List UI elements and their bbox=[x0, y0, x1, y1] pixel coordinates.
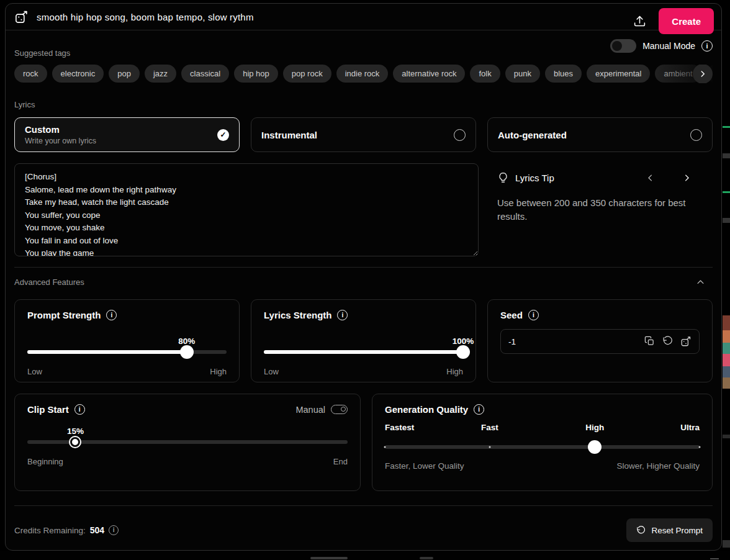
tag-pill[interactable]: blues bbox=[545, 65, 582, 83]
tags-scroll-next-button[interactable] bbox=[693, 65, 713, 83]
tag-pill[interactable]: jazz bbox=[145, 65, 176, 83]
reset-prompt-button[interactable]: Reset Prompt bbox=[626, 518, 713, 542]
quality-stop-label-ultra[interactable]: Ultra bbox=[680, 423, 700, 432]
suggested-tags-label: Suggested tags bbox=[14, 48, 70, 58]
clip-start-title: Clip Start bbox=[27, 404, 69, 415]
tag-pill[interactable]: alternative rock bbox=[393, 65, 465, 83]
lyrics-option-custom[interactable]: Custom Write your own lyrics ✓ bbox=[14, 117, 240, 152]
credits-remaining-label: Credits Remaining: bbox=[14, 526, 86, 535]
reset-icon bbox=[636, 526, 646, 535]
tag-pill[interactable]: classical bbox=[181, 65, 229, 83]
radio-circle-icon bbox=[454, 129, 466, 141]
quality-stop-label-fast[interactable]: Fast bbox=[481, 423, 498, 432]
slider-tick-dot bbox=[384, 446, 386, 448]
tip-next-button[interactable] bbox=[682, 173, 692, 183]
lyrics-tip-title: Lyrics Tip bbox=[515, 173, 554, 183]
lyrics-option-instrumental[interactable]: Instrumental bbox=[251, 117, 476, 152]
lyrics-textarea[interactable]: [Chorus] Salome, lead me down the right … bbox=[14, 163, 479, 256]
upload-icon bbox=[633, 15, 646, 28]
reset-prompt-label: Reset Prompt bbox=[651, 526, 703, 535]
randomize-seed-dice-icon[interactable] bbox=[680, 336, 692, 347]
slider-fill bbox=[264, 350, 463, 354]
manual-mode-info-icon[interactable]: i bbox=[701, 40, 713, 52]
tag-pill[interactable]: folk bbox=[470, 65, 500, 83]
section-divider bbox=[14, 267, 713, 268]
tip-prev-button[interactable] bbox=[646, 173, 655, 183]
slider-thumb[interactable] bbox=[588, 440, 602, 454]
seed-title: Seed bbox=[500, 310, 523, 320]
info-icon[interactable]: i bbox=[337, 310, 348, 320]
lyrics-strength-card: Lyrics Strength i 100% Low High bbox=[251, 299, 476, 382]
seed-card: Seed i bbox=[487, 299, 713, 382]
tag-pill[interactable]: punk bbox=[505, 65, 540, 83]
share-button[interactable] bbox=[633, 15, 646, 28]
option-subtitle: Write your own lyrics bbox=[25, 137, 96, 145]
generation-quality-title: Generation Quality bbox=[385, 404, 468, 415]
min-label: Low bbox=[264, 367, 279, 376]
clip-start-manual-toggle[interactable] bbox=[331, 405, 348, 414]
manual-mode-toggle[interactable] bbox=[610, 39, 636, 53]
credits-info-icon[interactable]: i bbox=[109, 525, 119, 535]
clip-start-slider[interactable] bbox=[27, 440, 348, 444]
reset-seed-icon[interactable] bbox=[662, 336, 673, 347]
background-page-sliver bbox=[723, 0, 730, 560]
slider-thumb[interactable] bbox=[456, 345, 470, 359]
lyrics-option-auto-generated[interactable]: Auto-generated bbox=[487, 117, 713, 152]
info-icon[interactable]: i bbox=[474, 404, 484, 415]
tag-pill[interactable]: pop rock bbox=[283, 65, 331, 83]
generation-quality-slider[interactable] bbox=[385, 445, 700, 449]
prompt-input[interactable]: smooth hip hop song, boom bap tempo, slo… bbox=[37, 12, 254, 22]
header-divider bbox=[6, 30, 721, 30]
lightbulb-icon bbox=[497, 172, 509, 184]
tag-pill[interactable]: indie rock bbox=[336, 65, 389, 83]
seed-input[interactable] bbox=[508, 337, 637, 346]
info-icon[interactable]: i bbox=[74, 404, 85, 415]
clip-start-manual-label: Manual bbox=[295, 405, 325, 415]
footer-divider bbox=[14, 505, 713, 506]
slider-tick-dot bbox=[489, 446, 490, 448]
toggle-knob bbox=[341, 407, 346, 412]
check-circle-icon: ✓ bbox=[217, 129, 229, 141]
clip-start-card: Clip Start i Manual 15% Beginning bbox=[14, 394, 361, 491]
copy-icon[interactable] bbox=[644, 336, 655, 347]
prompt-strength-card: Prompt Strength i 80% Low High bbox=[14, 299, 240, 382]
max-label: High bbox=[210, 367, 227, 376]
lyrics-strength-title: Lyrics Strength bbox=[264, 310, 331, 320]
seed-input-group bbox=[500, 329, 700, 354]
advanced-collapse-button[interactable] bbox=[696, 278, 705, 287]
create-button[interactable]: Create bbox=[659, 8, 714, 34]
slider-thumb[interactable] bbox=[70, 437, 80, 447]
info-icon[interactable]: i bbox=[528, 310, 539, 320]
chevron-up-icon bbox=[696, 278, 705, 287]
option-title: Instrumental bbox=[261, 130, 317, 140]
slider-tick-dot bbox=[699, 446, 701, 448]
tag-pill[interactable]: experimental bbox=[587, 65, 650, 83]
prompt-header: smooth hip hop song, boom bap tempo, slo… bbox=[6, 4, 721, 30]
lyrics-strength-slider[interactable] bbox=[264, 350, 463, 354]
generation-quality-card: Generation Quality i Fastest Fast High U… bbox=[372, 394, 713, 491]
info-icon[interactable]: i bbox=[106, 310, 117, 320]
background-bottom-sliver bbox=[0, 551, 730, 560]
song-generation-dialog: smooth hip hop song, boom bap tempo, slo… bbox=[5, 3, 722, 551]
clip-start-value: 15% bbox=[67, 427, 84, 436]
tag-pill[interactable]: pop bbox=[109, 65, 140, 83]
lyrics-strength-value: 100% bbox=[453, 336, 474, 346]
quality-stop-label-fastest[interactable]: Fastest bbox=[385, 423, 414, 432]
prompt-strength-value: 80% bbox=[178, 336, 195, 346]
dice-shuffle-icon[interactable] bbox=[14, 10, 29, 24]
max-label: High bbox=[446, 367, 463, 376]
quality-left-caption: Faster, Lower Quality bbox=[385, 461, 464, 471]
lyrics-tip-panel: Lyrics Tip Use between 200 and 350 chara… bbox=[497, 163, 713, 256]
slider-thumb[interactable] bbox=[180, 345, 194, 359]
suggested-tags-row: rock electronic pop jazz classical hip h… bbox=[14, 65, 713, 83]
lyrics-tip-body: Use between 200 and 350 characters for b… bbox=[497, 196, 702, 224]
toggle-knob bbox=[612, 41, 622, 51]
quality-stop-label-high[interactable]: High bbox=[585, 423, 604, 432]
prompt-strength-slider[interactable] bbox=[27, 350, 227, 354]
tag-pill[interactable]: electronic bbox=[52, 65, 104, 83]
tag-pill[interactable]: hip hop bbox=[234, 65, 278, 83]
radio-circle-icon bbox=[690, 129, 702, 141]
min-label: Low bbox=[27, 367, 42, 376]
quality-right-caption: Slower, Higher Quality bbox=[616, 461, 700, 471]
tag-pill[interactable]: rock bbox=[14, 65, 47, 83]
